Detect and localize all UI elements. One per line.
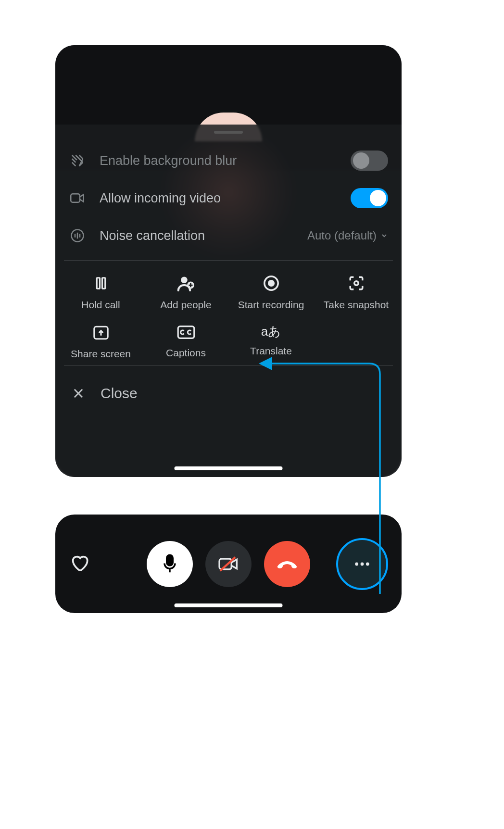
incoming-video-label: Allow incoming video xyxy=(100,191,337,206)
svg-rect-3 xyxy=(102,278,105,289)
translate-button[interactable]: aあ Translate xyxy=(228,325,314,360)
take-snapshot-label: Take snapshot xyxy=(324,299,389,311)
heart-icon xyxy=(70,553,89,573)
svg-rect-11 xyxy=(167,555,173,565)
noise-label: Noise cancellation xyxy=(100,228,294,243)
pause-icon xyxy=(94,275,108,291)
setting-background-blur[interactable]: Enable background blur xyxy=(55,142,402,179)
more-icon xyxy=(354,562,370,566)
blur-toggle[interactable] xyxy=(351,151,388,171)
take-snapshot-button[interactable]: Take snapshot xyxy=(314,275,399,311)
translate-icon: aあ xyxy=(261,325,281,338)
camera-off-icon xyxy=(218,555,239,573)
start-recording-label: Start recording xyxy=(238,299,304,311)
end-call-button[interactable] xyxy=(264,541,310,587)
sheet-grabber[interactable] xyxy=(214,131,243,134)
setting-noise-cancellation[interactable]: Noise cancellation Auto (default) xyxy=(55,217,402,254)
call-options-panel: Enable background blur Allow incoming vi… xyxy=(55,45,402,477)
chevron-down-icon xyxy=(380,232,388,239)
divider xyxy=(64,365,393,366)
noise-value-select[interactable]: Auto (default) xyxy=(307,229,388,242)
microphone-icon xyxy=(161,553,179,575)
svg-point-4 xyxy=(181,276,188,283)
svg-rect-0 xyxy=(71,194,80,202)
hangup-icon xyxy=(275,558,299,570)
blur-icon xyxy=(69,153,86,168)
add-people-button[interactable]: Add people xyxy=(143,275,228,311)
divider xyxy=(64,260,393,261)
svg-point-15 xyxy=(361,562,364,565)
noise-icon xyxy=(69,228,86,243)
add-person-icon xyxy=(177,275,195,291)
captions-icon xyxy=(177,325,195,339)
home-indicator xyxy=(175,603,283,607)
blur-label: Enable background blur xyxy=(100,153,337,168)
action-grid: Hold call Add people Start recording xyxy=(55,266,402,360)
close-label: Close xyxy=(101,385,138,402)
start-recording-button[interactable]: Start recording xyxy=(228,275,314,311)
record-icon xyxy=(263,275,279,291)
hold-call-button[interactable]: Hold call xyxy=(58,275,143,311)
svg-point-16 xyxy=(366,562,369,565)
noise-value: Auto (default) xyxy=(307,229,377,242)
video-icon xyxy=(69,192,86,204)
react-heart-button[interactable] xyxy=(70,553,89,575)
action-spacer xyxy=(314,325,399,360)
snapshot-icon xyxy=(348,275,365,291)
captions-label: Captions xyxy=(166,347,206,359)
home-indicator xyxy=(175,466,283,470)
hold-call-label: Hold call xyxy=(81,299,120,311)
share-screen-button[interactable]: Share screen xyxy=(58,325,143,360)
translate-label: Translate xyxy=(250,345,292,357)
svg-point-7 xyxy=(267,280,274,287)
svg-rect-12 xyxy=(219,559,231,569)
options-sheet: Enable background blur Allow incoming vi… xyxy=(55,125,402,477)
close-button[interactable]: Close xyxy=(55,372,402,402)
share-screen-label: Share screen xyxy=(71,348,131,360)
call-control-bar xyxy=(55,515,402,613)
camera-button[interactable] xyxy=(205,541,252,587)
close-icon xyxy=(70,387,87,400)
svg-point-8 xyxy=(354,281,358,286)
captions-button[interactable]: Captions xyxy=(143,325,228,360)
share-screen-icon xyxy=(93,325,109,340)
incoming-video-toggle[interactable] xyxy=(351,188,388,208)
more-options-button[interactable] xyxy=(336,538,388,590)
add-people-label: Add people xyxy=(160,299,211,311)
mute-button[interactable] xyxy=(147,541,193,587)
svg-point-14 xyxy=(355,562,358,565)
svg-rect-2 xyxy=(97,278,100,289)
setting-incoming-video[interactable]: Allow incoming video xyxy=(55,179,402,217)
